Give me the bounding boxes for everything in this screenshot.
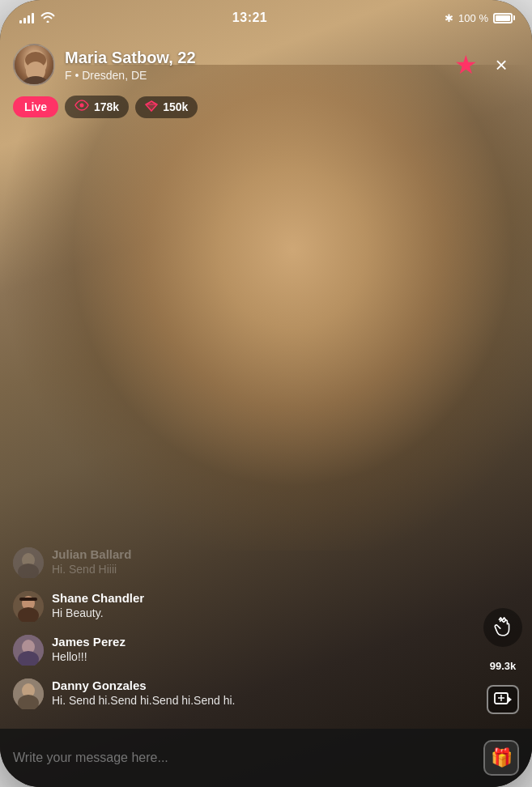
signal-bars [19, 12, 34, 23]
gift-button[interactable]: 🎁 [483, 740, 519, 776]
msg-content-2: James Perez Hello!!! [52, 635, 126, 663]
star-button[interactable]: ★ [448, 47, 483, 83]
msg-name-2: James Perez [52, 635, 126, 649]
svg-rect-15 [19, 598, 37, 601]
msg-name-0: Julian Ballard [52, 547, 131, 561]
bluetooth-icon: ✱ [445, 12, 453, 24]
svg-point-3 [21, 76, 50, 86]
battery-icon [493, 13, 513, 23]
star-icon: ★ [454, 49, 478, 80]
user-avatar[interactable] [13, 44, 55, 86]
signal-area [19, 11, 55, 25]
message-2: James Perez Hello!!! [13, 635, 470, 666]
close-icon: × [495, 54, 507, 75]
battery-percent: 100 % [458, 12, 488, 24]
signal-bar-1 [19, 20, 22, 23]
chat-area: Julian Ballard Hi. Send Hiiii Shane Chan… [0, 547, 483, 722]
msg-avatar-0 [13, 547, 44, 578]
msg-text-2: Hello!!! [52, 650, 126, 663]
user-info: Maria Satbow, 22 F • Dresden, DE [65, 49, 448, 82]
battery-area: ✱ 100 % [445, 12, 513, 24]
msg-content-1: Shane Chandler Hi Beauty. [52, 591, 144, 619]
svg-marker-23 [508, 696, 512, 703]
wifi-icon [40, 11, 55, 25]
screen: 13:21 ✱ 100 % [0, 0, 532, 787]
clap-count: 99.3k [490, 660, 517, 672]
message-3: Danny Gonzales Hi. Send hi.Send hi.Send … [13, 679, 470, 709]
msg-avatar-1 [13, 591, 44, 622]
msg-avatar-2 [13, 635, 44, 666]
svg-point-4 [80, 104, 84, 108]
signal-bar-4 [32, 13, 34, 23]
gift-icon: 🎁 [491, 747, 513, 768]
user-name: Maria Satbow, 22 [65, 49, 448, 67]
message-0: Julian Ballard Hi. Send Hiiii [13, 547, 470, 578]
views-count: 178k [94, 100, 119, 113]
header: Maria Satbow, 22 F • Dresden, DE ★ × [0, 36, 532, 94]
msg-name-3: Danny Gonzales [52, 679, 236, 692]
time-display: 13:21 [232, 11, 267, 25]
message-input[interactable] [13, 751, 474, 765]
face-overlay [0, 65, 532, 551]
phone-frame: 13:21 ✱ 100 % [0, 0, 532, 787]
close-button[interactable]: × [483, 47, 519, 83]
avatar-face [15, 45, 53, 84]
diamond-icon [145, 100, 158, 114]
views-badge: 178k [65, 96, 129, 118]
msg-avatar-3 [13, 679, 44, 709]
add-stream-button[interactable] [487, 685, 519, 714]
msg-text-3: Hi. Send hi.Send hi.Send hi.Send hi. [52, 694, 236, 707]
msg-content-3: Danny Gonzales Hi. Send hi.Send hi.Send … [52, 679, 236, 707]
battery-fill [496, 15, 510, 21]
diamonds-count: 150k [163, 100, 188, 113]
right-actions: 99.3k [483, 608, 522, 714]
badges-area: Live 178k [13, 96, 198, 118]
msg-text-0: Hi. Send Hiiii [52, 563, 131, 576]
diamonds-badge: 150k [135, 96, 198, 118]
clap-button[interactable] [483, 608, 522, 647]
msg-content-0: Julian Ballard Hi. Send Hiiii [52, 547, 131, 576]
live-badge: Live [13, 96, 58, 117]
msg-text-1: Hi Beauty. [52, 606, 144, 619]
eye-icon [74, 100, 89, 114]
user-details: F • Dresden, DE [65, 69, 448, 82]
signal-bar-2 [23, 18, 26, 23]
message-1: Shane Chandler Hi Beauty. [13, 591, 470, 622]
svg-marker-5 [146, 101, 157, 111]
signal-bar-3 [28, 15, 30, 23]
message-bar: 🎁 [0, 729, 532, 787]
msg-name-1: Shane Chandler [52, 591, 144, 605]
status-bar: 13:21 ✱ 100 % [0, 0, 532, 36]
